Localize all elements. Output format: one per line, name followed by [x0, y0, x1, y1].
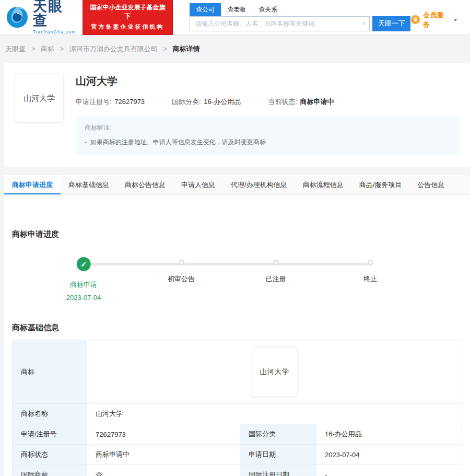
progress-heading: 商标申请进度	[12, 229, 462, 239]
trademark-content-card: 商标申请进度 商标基础信息 商标公告信息 申请人信息 代理/办理机构信息 商标流…	[4, 175, 470, 476]
tianyancha-logo-icon	[5, 5, 29, 29]
tab-basic-info[interactable]: 商标基础信息	[61, 175, 117, 194]
timeline-line	[84, 263, 370, 265]
tab-gazette-info[interactable]: 公告信息	[409, 175, 452, 194]
official-certification-badge: 国家中小企业发展子基金旗下 官方备案企业征信机构	[83, 0, 173, 35]
breadcrumb-company[interactable]: 漯河市万润办公文具有限公司	[69, 45, 158, 53]
basic-info-section: 商标基础信息 商标 山河大学 商标名称 山河大学 申请/注册号 72627973…	[4, 323, 470, 476]
tianyancha-logo[interactable]: 天眼查 TianYanCha.com	[5, 0, 78, 34]
chevron-down-icon	[453, 19, 457, 21]
interpretation-title: 商标解读:	[85, 123, 451, 132]
table-row: 商标状态 商标申请中 申请日期 2023-07-04	[13, 445, 462, 465]
detail-tabbar: 商标申请进度 商标基础信息 商标公告信息 申请人信息 代理/办理机构信息 商标流…	[4, 175, 470, 195]
step-registered: 已注册	[266, 257, 286, 284]
table-row: 商标 山河大学	[13, 340, 462, 404]
progress-section: 商标申请进度 商标申请 2023-07-04 初审公告 已注册 终止	[4, 229, 470, 309]
trademark-interpretation: 商标解读: 如果商标的注册地址、申请人等信息发生变化，请及时变更商标	[76, 117, 460, 155]
trademark-detail-card: 山河大学 山河大学 申请注册号: 72627973 国际分类: 16-办公用品 …	[4, 63, 470, 167]
step-application: 商标申请 2023-07-04	[66, 257, 101, 301]
basic-info-table: 商标 山河大学 商标名称 山河大学 申请/注册号 72627973 国际分类 1…	[12, 340, 462, 476]
trademark-title: 山河大学	[76, 74, 460, 88]
breadcrumb-separator: >	[31, 45, 36, 53]
interpretation-item: 如果商标的注册地址、申请人等信息发生变化，请及时变更商标	[85, 138, 451, 147]
search-tab-boss[interactable]: 查老板	[221, 3, 252, 16]
table-row: 申请/注册号 72627973 国际分类 16-办公用品	[13, 424, 462, 445]
table-row: 国际商标 否 国际注册日期 -	[13, 465, 462, 476]
brand-domain: TianYanCha.com	[33, 30, 78, 34]
tab-announcement-info[interactable]: 商标公告信息	[117, 175, 173, 194]
step-preliminary-announcement: 初审公告	[168, 257, 195, 284]
pending-circle-icon	[273, 260, 279, 265]
crown-icon	[411, 15, 420, 24]
tab-goods-services[interactable]: 商品/服务项目	[351, 175, 410, 194]
search-tab-company[interactable]: 查公司	[190, 3, 221, 16]
breadcrumb-separator: >	[60, 45, 64, 53]
basic-info-heading: 商标基础信息	[12, 323, 462, 333]
tab-application-progress[interactable]: 商标申请进度	[4, 175, 61, 194]
search-input[interactable]	[190, 16, 370, 31]
search-block: 查公司 查老板 查关系 × 天眼一下	[190, 3, 411, 31]
tab-agency-info[interactable]: 代理/办理机构信息	[223, 175, 295, 194]
badge-line2: 官方备案企业征信机构	[87, 23, 169, 31]
breadcrumb: 天眼查 > 商标 > 漯河市万润办公文具有限公司 > 商标详情	[0, 34, 470, 63]
step-date: 2023-07-04	[66, 294, 101, 301]
breadcrumb-home[interactable]: 天眼查	[5, 45, 26, 53]
pending-circle-icon	[368, 260, 373, 265]
tab-process-info[interactable]: 商标流程信息	[295, 175, 351, 194]
search-button[interactable]: 天眼一下	[372, 16, 410, 31]
field-international-class: 国际分类: 16-办公用品	[172, 97, 241, 107]
field-registration-number: 申请注册号: 72627973	[76, 97, 145, 107]
trademark-fields: 申请注册号: 72627973 国际分类: 16-办公用品 当前状态: 商标申请…	[76, 97, 460, 107]
breadcrumb-trademark[interactable]: 商标	[41, 45, 54, 53]
member-service-label: 会员服务	[423, 10, 450, 29]
trademark-image-table: 山河大学	[252, 347, 298, 397]
search-tabs: 查公司 查老板 查关系	[190, 3, 411, 16]
pending-circle-icon	[179, 260, 184, 265]
clear-icon[interactable]: ×	[362, 19, 366, 27]
field-current-status: 当前状态: 商标申请中	[268, 97, 334, 107]
search-tab-relation[interactable]: 查关系	[252, 3, 284, 16]
progress-timeline: 商标申请 2023-07-04 初审公告 已注册 终止	[12, 257, 462, 309]
step-terminated: 终止	[363, 257, 377, 284]
trademark-image: 山河大学	[15, 74, 64, 123]
brand-name: 天眼查	[33, 0, 78, 28]
top-header: 天眼查 TianYanCha.com 国家中小企业发展子基金旗下 官方备案企业征…	[0, 0, 470, 34]
badge-line1: 国家中小企业发展子基金旗下	[87, 3, 169, 21]
check-circle-icon	[77, 257, 91, 271]
tab-applicant-info[interactable]: 申请人信息	[173, 175, 223, 194]
breadcrumb-separator: >	[163, 45, 167, 53]
breadcrumb-current: 商标详情	[173, 45, 200, 53]
table-row: 商标名称 山河大学	[13, 404, 462, 424]
member-service[interactable]: 会员服务	[411, 10, 457, 29]
